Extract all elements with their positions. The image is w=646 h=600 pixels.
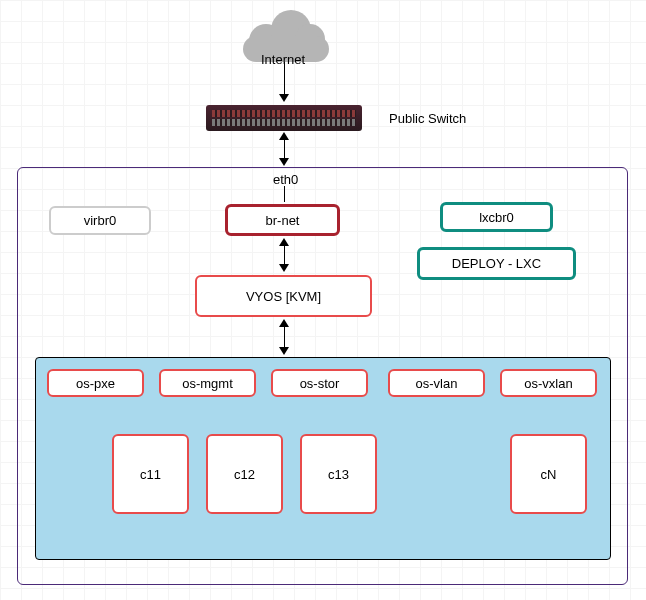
os-vxlan-box: os-vxlan — [500, 369, 597, 397]
arrow-down-icon — [279, 158, 289, 166]
c13-box: c13 — [300, 434, 377, 514]
os-vxlan-label: os-vxlan — [524, 376, 572, 391]
connector — [284, 138, 285, 160]
lxcbr0-box: lxcbr0 — [440, 202, 553, 232]
cN-label: cN — [541, 467, 557, 482]
os-mgmt-label: os-mgmt — [182, 376, 233, 391]
virbr0-label: virbr0 — [84, 213, 117, 228]
connector — [284, 62, 285, 96]
arrow-down-icon — [279, 94, 289, 102]
cN-box: cN — [510, 434, 587, 514]
os-vlan-label: os-vlan — [416, 376, 458, 391]
arrow-down-icon — [279, 264, 289, 272]
switch-icon — [206, 105, 362, 131]
arrow-down-icon — [279, 347, 289, 355]
virbr0-box: virbr0 — [49, 206, 151, 235]
c13-label: c13 — [328, 467, 349, 482]
lxcbr0-label: lxcbr0 — [479, 210, 514, 225]
os-pxe-label: os-pxe — [76, 376, 115, 391]
vyos-box: VYOS [KVM] — [195, 275, 372, 317]
connector — [284, 186, 285, 202]
os-stor-label: os-stor — [300, 376, 340, 391]
connector — [284, 325, 285, 349]
connector — [284, 244, 285, 266]
deploy-lxc-box: DEPLOY - LXC — [417, 247, 576, 280]
c11-label: c11 — [140, 467, 161, 482]
brnet-label: br-net — [266, 213, 300, 228]
c11-box: c11 — [112, 434, 189, 514]
os-stor-box: os-stor — [271, 369, 368, 397]
c12-label: c12 — [234, 467, 255, 482]
os-pxe-box: os-pxe — [47, 369, 144, 397]
public-switch-label: Public Switch — [389, 111, 466, 126]
os-vlan-box: os-vlan — [388, 369, 485, 397]
eth0-label: eth0 — [273, 172, 298, 187]
diagram-canvas: Internet Public Switch eth0 virbr0 br-ne… — [0, 0, 646, 600]
deploy-lxc-label: DEPLOY - LXC — [452, 256, 541, 271]
c12-box: c12 — [206, 434, 283, 514]
vyos-label: VYOS [KVM] — [246, 289, 321, 304]
brnet-box: br-net — [225, 204, 340, 236]
os-mgmt-box: os-mgmt — [159, 369, 256, 397]
